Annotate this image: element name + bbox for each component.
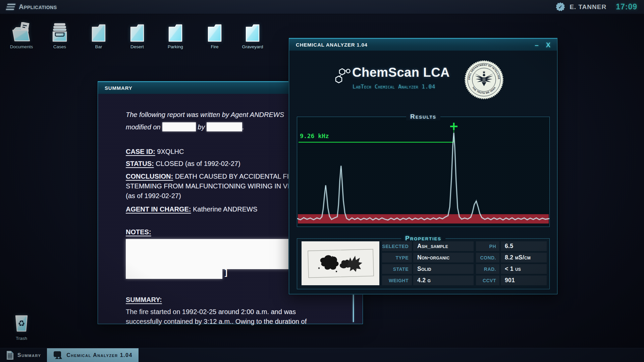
folder-icon bbox=[122, 20, 153, 42]
desktop-icon-label: Fire bbox=[199, 44, 230, 49]
brand-subtitle: LabTech Chemical Analyzer 1.04 bbox=[353, 83, 435, 90]
conclusion-row: CONCLUSION: DEATH CAUSED BY ACCIDENTAL F… bbox=[126, 173, 293, 180]
taskbar-tab-summary[interactable]: Summary bbox=[0, 348, 47, 362]
chemical-analyzer-window: CHEMICAL ANALYZER 1.04 – X ChemScan LCA … bbox=[289, 38, 557, 294]
frequency-readout: 9.26 kHz bbox=[300, 132, 329, 139]
folder-icon bbox=[160, 20, 191, 42]
user-area: E. TANNER 17:09 bbox=[556, 2, 637, 11]
desktop-icon-label: Graveyard bbox=[237, 44, 268, 49]
desktop-icon-label: Parking bbox=[160, 44, 191, 49]
folder-icon bbox=[83, 20, 114, 42]
desktop-icon-label: Bar bbox=[83, 44, 114, 49]
top-menu-bar: Applications E. TANNER 17:09 bbox=[0, 0, 644, 14]
prop-label-weight: WEIGHT bbox=[382, 276, 412, 285]
taskbar-tab-chemical-analyzer[interactable]: Chemical Analyzer 1.04 bbox=[47, 348, 139, 362]
spectrum-graph: 9.26 kHz bbox=[297, 117, 549, 227]
prop-label-type: TYPE bbox=[382, 253, 412, 262]
open-folder-document-icon bbox=[6, 20, 37, 42]
clock: 17:09 bbox=[616, 2, 637, 11]
agent-row: AGENT IN CHARGE: Katherine ANDREWS bbox=[126, 205, 257, 213]
agency-seal: FEDERAL DEPARTMENT OF INTELLIGENCE THE T… bbox=[464, 60, 504, 100]
spectrum-waveform bbox=[297, 133, 549, 220]
desktop-icon-fire[interactable]: Fire bbox=[199, 20, 230, 49]
prop-label-cond: COND. bbox=[476, 253, 499, 262]
recycle-bin-icon: ♻ bbox=[11, 313, 32, 334]
user-name: E. TANNER bbox=[570, 3, 606, 11]
applications-label: Applications bbox=[19, 3, 57, 11]
conclusion-line3: (as of 1992-02-27) bbox=[126, 192, 181, 200]
trash-label: Trash bbox=[11, 336, 32, 341]
report-intro-line1: The following report was written by Agen… bbox=[126, 111, 284, 119]
desktop-icon-desert[interactable]: Desert bbox=[122, 20, 153, 49]
intro-period: . bbox=[242, 123, 244, 131]
desktop-icon-label: Desert bbox=[122, 44, 153, 49]
applications-menu[interactable]: Applications bbox=[7, 3, 57, 11]
prop-label-selected: SELECTED bbox=[382, 241, 412, 251]
desktop-icon-parking[interactable]: Parking bbox=[160, 20, 191, 49]
conclusion-line2: STEMMING FROM MALFUNCTIONING WIRING IN V… bbox=[126, 182, 298, 190]
prop-value-ccvt: 901 bbox=[501, 276, 547, 285]
agent-value: Katherine ANDREWS bbox=[193, 205, 257, 213]
notes-label: NOTES: bbox=[126, 228, 151, 236]
folder-icon bbox=[237, 20, 268, 42]
document-icon bbox=[6, 351, 14, 360]
prop-value-weight: 4.2 g bbox=[413, 276, 474, 285]
prop-label-ccvt: CCVT bbox=[476, 276, 499, 285]
intro-by: by bbox=[198, 123, 205, 131]
prop-label-state: STATE bbox=[382, 264, 412, 274]
prop-label-ph: PH bbox=[476, 241, 499, 251]
redaction-box-author bbox=[207, 122, 242, 131]
prop-label-rad: RAD. bbox=[476, 264, 499, 274]
taskbar-tab-label: Summary bbox=[17, 352, 41, 358]
chem-window-titlebar[interactable]: CHEMICAL ANALYZER 1.04 – X bbox=[289, 38, 557, 51]
user-badge-icon bbox=[556, 2, 565, 11]
status-label: STATUS: bbox=[126, 160, 154, 167]
summary-text-line2: successfully contained by 3:12 a.m.. Owi… bbox=[126, 318, 307, 325]
summary-label: SUMMARY: bbox=[126, 296, 162, 303]
conclusion-value-line1: DEATH CAUSED BY ACCIDENTAL FIR bbox=[175, 173, 294, 180]
notes-heading: NOTES: bbox=[126, 228, 151, 236]
redaction-block-large bbox=[126, 239, 289, 269]
desktop-icon-cases[interactable]: Cases bbox=[44, 20, 75, 49]
properties-panel: Properties SELECTED Ash_sample TYPE Non-… bbox=[297, 238, 550, 289]
peak-cursor-cross bbox=[450, 123, 458, 130]
prop-value-ph: 6.5 bbox=[501, 241, 547, 251]
trash-icon[interactable]: ♻ Trash bbox=[11, 313, 32, 341]
chem-window-title: CHEMICAL ANALYZER 1.04 bbox=[296, 42, 368, 48]
molecule-icon bbox=[334, 66, 352, 84]
prop-value-cond: 8.2 mS/cm bbox=[501, 253, 547, 262]
redaction-block-small bbox=[126, 269, 222, 279]
desktop-icon-label: Documents bbox=[6, 44, 37, 49]
taskbar: Summary Chemical Analyzer 1.04 bbox=[0, 348, 644, 362]
desktop-icon-graveyard[interactable]: Graveyard bbox=[237, 20, 268, 49]
case-id-label: CASE ID: bbox=[126, 148, 155, 155]
desktop-icon-label: Cases bbox=[44, 44, 75, 49]
chem-analyzer-icon bbox=[53, 350, 63, 360]
desktop-icon-documents[interactable]: Documents bbox=[6, 20, 37, 49]
brand-header: ChemScan LCA LabTech Chemical Analyzer 1… bbox=[289, 51, 557, 104]
prop-value-rad: < 1 us bbox=[501, 264, 547, 274]
prop-value-state: Solid bbox=[413, 264, 474, 274]
case-id-row: CASE ID: 9XQLHC bbox=[126, 148, 184, 156]
status-row: STATUS: CLOSED (as of 1992-02-27) bbox=[126, 160, 240, 168]
case-tray-icon bbox=[44, 20, 75, 42]
minimize-button[interactable]: – bbox=[535, 42, 539, 48]
status-value: CLOSED (as of 1992-02-27) bbox=[156, 160, 240, 167]
prop-value-selected: Ash_sample bbox=[413, 241, 474, 251]
agent-label: AGENT IN CHARGE: bbox=[126, 205, 191, 213]
brand-name: ChemScan LCA bbox=[352, 65, 450, 80]
prop-value-type: Non-organic bbox=[413, 253, 474, 262]
hamburger-icon bbox=[6, 4, 15, 10]
svg-text:♻: ♻ bbox=[18, 319, 25, 328]
desktop-icon-bar[interactable]: Bar bbox=[83, 20, 114, 49]
redaction-box-date bbox=[162, 122, 196, 131]
summary-window-title: SUMMARY bbox=[105, 85, 132, 91]
taskbar-tab-label: Chemical Analyzer 1.04 bbox=[66, 352, 132, 358]
sample-photo bbox=[302, 241, 379, 285]
summary-text-line1: The fire started on 1992-02-25 around 2:… bbox=[126, 308, 296, 316]
intro-modified-on: modified on bbox=[126, 123, 160, 131]
case-id-value: 9XQLHC bbox=[157, 148, 184, 155]
properties-legend: Properties bbox=[401, 235, 445, 242]
results-panel: Results 9.26 kHz bbox=[297, 117, 550, 227]
close-button[interactable]: X bbox=[546, 42, 550, 48]
